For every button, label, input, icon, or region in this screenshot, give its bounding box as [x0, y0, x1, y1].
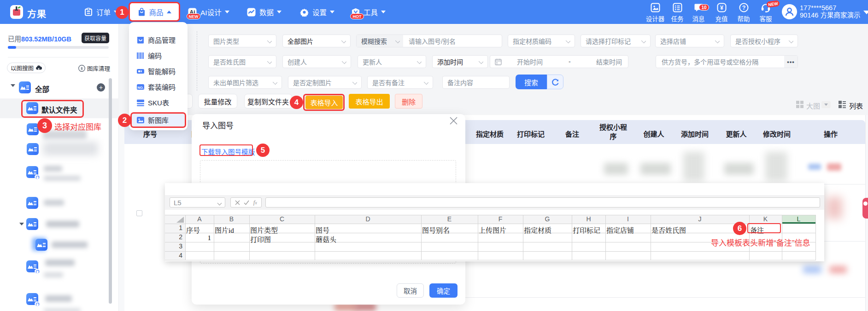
- svg-text:¥: ¥: [720, 5, 723, 11]
- svg-text:NO.: NO.: [137, 85, 143, 89]
- svg-text:?: ?: [742, 5, 745, 11]
